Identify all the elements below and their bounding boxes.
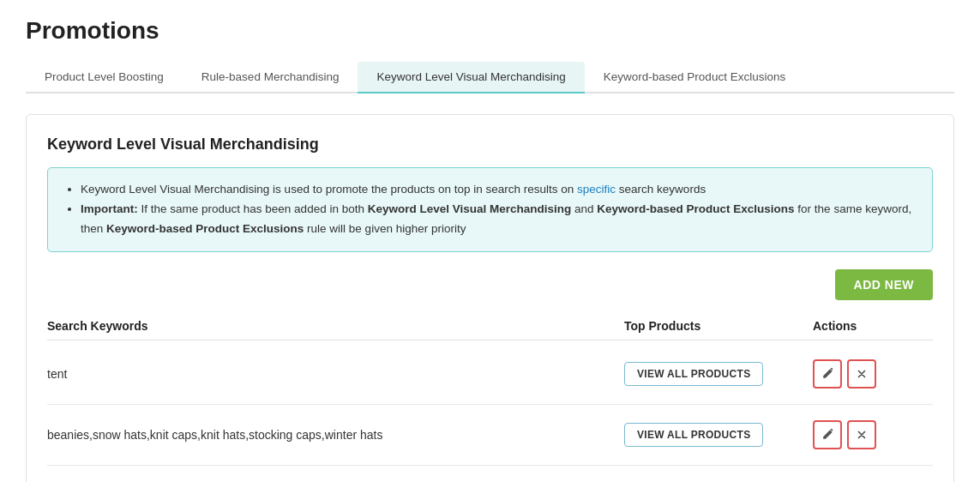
tab-product-level-boosting[interactable]: Product Level Boosting — [26, 62, 183, 93]
view-all-products-button-2[interactable]: VIEW ALL PRODUCTS — [624, 423, 763, 447]
tabs-container: Product Level Boosting Rule-based Mercha… — [26, 60, 954, 93]
page-container: Promotions Product Level Boosting Rule-b… — [0, 0, 980, 482]
section-card: Keyword Level Visual Merchandising Keywo… — [26, 114, 954, 482]
add-new-button[interactable]: ADD NEW — [835, 269, 933, 300]
col-header-actions: Actions — [813, 319, 933, 333]
edit-icon — [821, 368, 833, 380]
delete-button-1[interactable] — [847, 359, 876, 389]
info-line-1: Keyword Level Visual Merchandising is us… — [81, 180, 917, 200]
info-box: Keyword Level Visual Merchandising is us… — [47, 167, 933, 252]
keyword-cell-1: tent — [47, 367, 624, 381]
actions-cell-2 — [813, 420, 933, 449]
col-header-products: Top Products — [624, 319, 813, 333]
info-line-2: Important: If the same product has been … — [81, 200, 917, 239]
table-header: Search Keywords Top Products Actions — [47, 312, 933, 340]
edit-button-2[interactable] — [813, 420, 842, 449]
highlight-specific: specific — [577, 183, 616, 196]
keyword-cell-2: beanies,snow hats,knit caps,knit hats,st… — [47, 428, 624, 442]
close-icon — [856, 429, 868, 441]
table-row: beanies,snow hats,knit caps,knit hats,st… — [47, 405, 933, 466]
add-new-row: ADD NEW — [47, 269, 933, 300]
section-title: Keyword Level Visual Merchandising — [47, 136, 933, 154]
table-row: tent VIEW ALL PRODUCTS — [47, 344, 933, 405]
products-cell-2: VIEW ALL PRODUCTS — [624, 423, 813, 447]
page-title: Promotions — [26, 17, 954, 45]
tab-keyword-based-product-exclusions[interactable]: Keyword-based Product Exclusions — [585, 62, 804, 93]
col-header-keyword: Search Keywords — [47, 319, 624, 333]
tab-keyword-level-visual-merchandising[interactable]: Keyword Level Visual Merchandising — [358, 62, 584, 93]
view-all-products-button-1[interactable]: VIEW ALL PRODUCTS — [624, 362, 763, 386]
close-icon — [856, 368, 868, 380]
tab-rule-based-merchandising[interactable]: Rule-based Merchandising — [183, 62, 358, 93]
products-cell-1: VIEW ALL PRODUCTS — [624, 362, 813, 386]
edit-icon — [821, 429, 833, 441]
edit-button-1[interactable] — [813, 359, 842, 389]
actions-cell-1 — [813, 359, 933, 389]
delete-button-2[interactable] — [847, 420, 876, 449]
